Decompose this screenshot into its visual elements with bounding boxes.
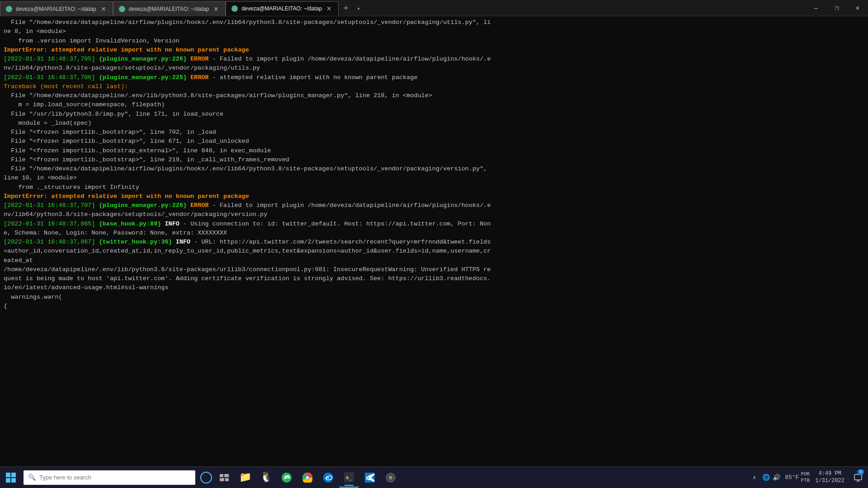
network-icon[interactable]: 🌐 xyxy=(762,474,770,481)
svg-point-13 xyxy=(389,476,392,479)
notification-icon xyxy=(854,474,862,482)
tab-icon-3 xyxy=(231,5,238,12)
terminal-output[interactable]: File "/home/deveza/datapipeline/airflow/… xyxy=(0,16,868,466)
tray-icons: 🌐 🔊 xyxy=(760,474,783,481)
minimize-button[interactable]: — xyxy=(806,0,826,16)
svg-point-7 xyxy=(306,476,309,479)
new-tab-button[interactable]: + xyxy=(339,1,353,16)
tab-close-2[interactable]: ✕ xyxy=(212,5,220,13)
svg-rect-14 xyxy=(854,474,862,480)
taskbar-app-chrome[interactable] xyxy=(297,468,317,488)
search-icon: 🔍 xyxy=(28,474,36,481)
spotify-icon xyxy=(282,473,292,483)
svg-rect-0 xyxy=(220,474,223,477)
tab-1[interactable]: deveza@MARIALEITAO: ~/datap ✕ xyxy=(0,1,113,16)
task-view-icon xyxy=(220,474,229,481)
svg-rect-2 xyxy=(220,478,224,481)
system-tray: ∧ 🌐 🔊 85°F POR PTB 4:49 PM 1/31/2022 xyxy=(751,467,868,488)
system-clock[interactable]: 4:49 PM 1/31/2022 xyxy=(811,470,848,484)
terminal-icon: ≥_ xyxy=(344,472,354,482)
taskbar-app-edge[interactable] xyxy=(318,468,338,488)
language-indicator[interactable]: POR PTB xyxy=(801,471,810,483)
taskbar-app-folder[interactable]: 📁 xyxy=(235,468,255,488)
windows-logo xyxy=(6,473,16,483)
svg-rect-1 xyxy=(224,474,229,477)
svg-rect-3 xyxy=(225,478,229,481)
tab-close-3[interactable]: ✕ xyxy=(326,5,333,12)
tab-title-2: deveza@MARIALEITAO: ~/datap xyxy=(129,6,209,12)
taskbar: 🔍 📁 🐧 xyxy=(0,466,868,488)
tab-icon-1 xyxy=(6,6,12,12)
volume-icon[interactable]: 🔊 xyxy=(773,474,780,481)
taskbar-app-shell[interactable]: 🐧 xyxy=(256,468,276,488)
chrome-icon xyxy=(302,473,312,483)
taskbar-app-vscode[interactable] xyxy=(360,468,380,488)
cortana-icon xyxy=(200,472,212,483)
maximize-button[interactable]: ❐ xyxy=(826,0,847,16)
notification-center[interactable]: 6 xyxy=(850,467,866,488)
svg-text:≥_: ≥_ xyxy=(346,474,352,480)
search-input[interactable] xyxy=(39,474,191,481)
start-button[interactable] xyxy=(0,467,22,488)
browser-icon xyxy=(386,473,396,483)
notification-badge: 6 xyxy=(857,469,864,474)
tab-close-1[interactable]: ✕ xyxy=(100,5,107,13)
language-bottom: PTB xyxy=(801,478,810,483)
search-bar[interactable]: 🔍 xyxy=(24,470,195,485)
task-view-button[interactable] xyxy=(215,469,233,487)
clock-date: 1/31/2022 xyxy=(815,478,844,485)
vscode-icon xyxy=(365,473,375,483)
taskbar-app-browser2[interactable] xyxy=(381,468,401,488)
tab-3[interactable]: deveza@MARIALEITAO: ~/datap ✕ xyxy=(226,1,339,16)
edge-icon xyxy=(323,473,333,483)
language-top: POR xyxy=(801,471,810,477)
taskbar-app-spotify[interactable] xyxy=(277,468,297,488)
tab-2[interactable]: deveza@MARIALEITAO: ~/datap ✕ xyxy=(113,1,226,16)
tab-title-1: deveza@MARIALEITAO: ~/datap xyxy=(16,6,96,12)
tab-title-3: deveza@MARIALEITAO: ~/datap xyxy=(241,5,322,12)
taskbar-app-terminal[interactable]: ≥_ xyxy=(339,468,359,488)
tray-expand-button[interactable]: ∧ xyxy=(751,474,758,480)
cortana-button[interactable] xyxy=(197,469,215,487)
tabs-area: deveza@MARIALEITAO: ~/datap ✕ deveza@MAR… xyxy=(0,0,806,16)
clock-time: 4:49 PM xyxy=(818,470,841,478)
active-indicator xyxy=(344,485,354,486)
close-button[interactable]: ✕ xyxy=(847,0,868,16)
weather-display[interactable]: 85°F xyxy=(785,474,799,481)
weather-temp: 85°F xyxy=(785,474,799,481)
tab-icon-2 xyxy=(119,6,125,12)
titlebar: deveza@MARIALEITAO: ~/datap ✕ deveza@MAR… xyxy=(0,0,868,16)
window-controls: — ❐ ✕ xyxy=(806,0,868,16)
tab-dropdown-button[interactable]: ▾ xyxy=(353,1,364,16)
taskbar-apps: 📁 🐧 xyxy=(233,468,751,488)
